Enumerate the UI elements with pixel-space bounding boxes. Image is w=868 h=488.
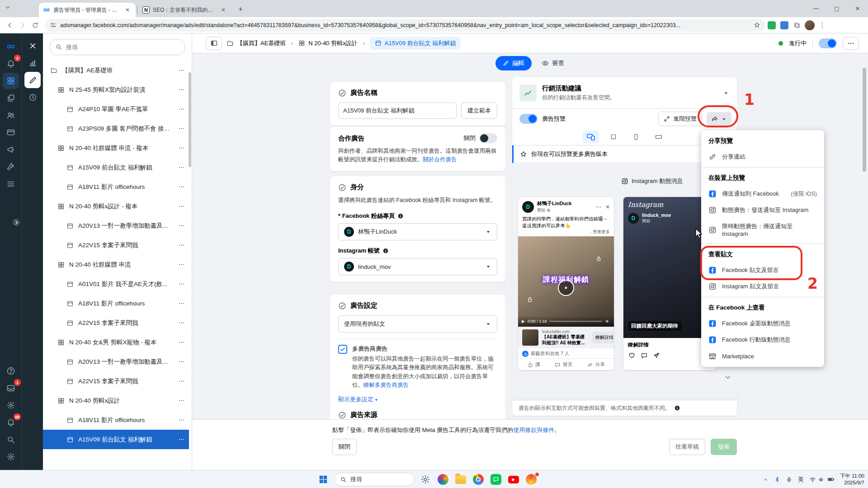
ad-active-toggle[interactable] [819, 38, 837, 48]
row-more-icon[interactable] [178, 417, 189, 423]
window-minimize-button[interactable]: — [806, 0, 826, 17]
tree-item-ad[interactable]: A22V15 拿案子來問我 [43, 313, 189, 333]
microphone-icon[interactable] [786, 476, 793, 483]
row-more-icon[interactable] [178, 339, 189, 346]
breadcrumb-campaign-folder[interactable]: 【購買】AE基礎班 [226, 39, 286, 47]
extension-icon-blue[interactable] [778, 19, 790, 31]
tree-item-ad[interactable]: A15V09 前台貼文 福利解鎖 [43, 158, 189, 177]
tree-item-ad[interactable]: A24P10 單圖 學AE不孤單 [43, 99, 189, 119]
billing-icon[interactable] [3, 124, 19, 141]
row-more-icon[interactable] [178, 203, 189, 210]
tree-item-ad[interactable]: A01V01 影片 我不是AE天才(敘... [43, 274, 189, 294]
header-more-button[interactable] [843, 37, 859, 50]
row-more-icon[interactable] [178, 300, 189, 307]
row-more-icon[interactable] [178, 261, 189, 268]
partnership-toggle[interactable] [479, 133, 497, 143]
history-icon[interactable] [24, 89, 41, 105]
start-button[interactable] [316, 473, 330, 486]
comment-icon[interactable] [641, 352, 648, 359]
tree-item-adset[interactable]: N 20-40 社群媒體 串流 - 複本 [43, 138, 189, 158]
tree-item-adset[interactable]: N 20-40 剪輯x設計 - 複本 [43, 197, 189, 216]
tree-item-ad[interactable]: A18V11 影片 officehours [43, 177, 189, 197]
discard-draft-button[interactable]: 捨棄草稿 [669, 439, 705, 455]
row-more-icon[interactable] [178, 106, 189, 113]
system-tray-icons[interactable] [809, 476, 835, 483]
new-tab-button[interactable]: ＋ [237, 5, 244, 14]
window-scrollbar[interactable] [863, 68, 866, 172]
menu-item[interactable]: 限時動態廣告：傳送通知至 Instagram [701, 218, 824, 241]
tree-item-adset[interactable]: N 20-40 女&男 剪輯X寵物 - 複本 [43, 333, 189, 352]
reload-icon[interactable] [29, 19, 42, 32]
tab-close-icon[interactable]: ✕ [219, 6, 227, 14]
row-more-icon[interactable] [178, 145, 189, 151]
row-more-icon[interactable] [178, 125, 189, 132]
comment-button[interactable]: 留言 [555, 361, 572, 368]
window-close-button[interactable]: ✕ [847, 0, 868, 17]
heart-icon[interactable] [628, 352, 636, 359]
business-settings-icon[interactable] [3, 449, 19, 465]
edit-tool-icon[interactable] [24, 72, 41, 88]
ads-reporting-icon[interactable] [3, 141, 19, 158]
settings-icon[interactable] [3, 397, 19, 413]
info-icon[interactable] [382, 248, 389, 254]
tree-item-adset[interactable]: N 25-45 剪輯X室內設計裝潢 [43, 80, 189, 99]
all-tools-icon[interactable] [3, 176, 19, 192]
ad-name-input[interactable] [338, 103, 457, 119]
browser-menu-icon[interactable]: ⋮ [816, 19, 828, 31]
row-more-icon[interactable] [178, 319, 189, 326]
like-button[interactable]: 讚 [527, 361, 540, 368]
row-more-icon[interactable] [178, 67, 189, 74]
sidebar-search[interactable] [49, 39, 185, 55]
tree-item-adset[interactable]: N 20-40 剪輯x設計 [43, 391, 189, 410]
window-maximize-button[interactable]: ▢ [826, 0, 847, 17]
tab-edit[interactable]: 編輯 [495, 56, 532, 70]
chrome[interactable] [472, 473, 485, 486]
collapse-sidebar-button[interactable] [206, 37, 222, 50]
cta-button[interactable]: 瞭解詳情 [592, 332, 614, 343]
line-app[interactable] [489, 473, 503, 486]
input-language[interactable]: 英 [798, 476, 804, 483]
row-more-icon[interactable] [178, 164, 189, 171]
scroll-down-chevron[interactable] [724, 374, 731, 381]
share-button[interactable]: 分享 [587, 361, 605, 368]
tab-review[interactable]: 審查 [542, 59, 564, 67]
help-icon[interactable] [3, 363, 19, 379]
row-more-icon[interactable] [178, 378, 189, 385]
menu-item[interactable]: Facebook 桌面版動態消息 [701, 315, 824, 332]
tab-search-icon[interactable] [5, 4, 11, 10]
advanced-preview-button[interactable]: 進階預覽 [658, 112, 702, 126]
bluetooth-icon[interactable] [774, 476, 780, 483]
row-more-icon[interactable] [178, 86, 189, 93]
about-partnership-link[interactable]: 關於合作廣告 [423, 156, 457, 163]
tree-item-ad[interactable]: A23PS09 多圖 客戶問都不會 接... [43, 119, 189, 138]
row-more-icon[interactable] [178, 222, 189, 229]
sidebar-scrollbar[interactable] [189, 72, 191, 167]
link-preview-bar[interactable]: linduckditto.com 【AE基礎班】零基礎 到超頂!! AE 特效實… [518, 327, 614, 348]
url-field[interactable]: adsmanager.facebook.com/adsmanager/manag… [45, 19, 765, 32]
menu-item[interactable]: Marketplace [701, 348, 824, 364]
media-app[interactable] [524, 473, 538, 486]
campaign-suggestions[interactable]: 行銷活動建議 你的行銷活動還有改善空間。 [512, 77, 737, 109]
browser-tab-seo[interactable]: N SEO：主管看不到我的廣告，怎 ✕ [138, 3, 231, 17]
row-more-icon[interactable] [178, 281, 189, 287]
ad-source-select[interactable]: 使用現有的貼文 [338, 315, 497, 333]
breadcrumb-adset[interactable]: N 20-40 剪輯x設計 [298, 39, 357, 47]
tree-item-ad[interactable]: A18V11 影片 officehours [43, 410, 189, 430]
play-button[interactable] [558, 280, 574, 296]
video-preview[interactable]: 課程福利解鎖 ▶ 0:00 / 1:18 [518, 236, 614, 327]
volume-icon[interactable] [605, 319, 610, 324]
info-icon[interactable] [397, 213, 404, 219]
menu-item[interactable]: 分享連結 [701, 149, 824, 165]
row-more-icon[interactable] [178, 397, 189, 404]
campaigns-icon[interactable] [3, 90, 19, 106]
file-explorer[interactable] [454, 473, 467, 486]
show-more-settings-link[interactable]: 顯示更多設定 ▾ [338, 395, 497, 404]
ad-preview-toggle[interactable] [519, 114, 538, 124]
tray-expand-icon[interactable] [763, 477, 769, 483]
tree-item-ad[interactable]: A15V09 前台貼文 福利解鎖 [43, 430, 189, 449]
tab-close-icon[interactable]: ✕ [123, 6, 132, 14]
breadcrumb-ad-selected[interactable]: A15V09 前台貼文 福利解鎖 [370, 37, 461, 50]
bookmark-star-icon[interactable] [754, 22, 760, 28]
extensions-puzzle-icon[interactable] [791, 19, 803, 31]
tree-item-ad[interactable]: A18V11 影片 officehours [43, 294, 189, 313]
